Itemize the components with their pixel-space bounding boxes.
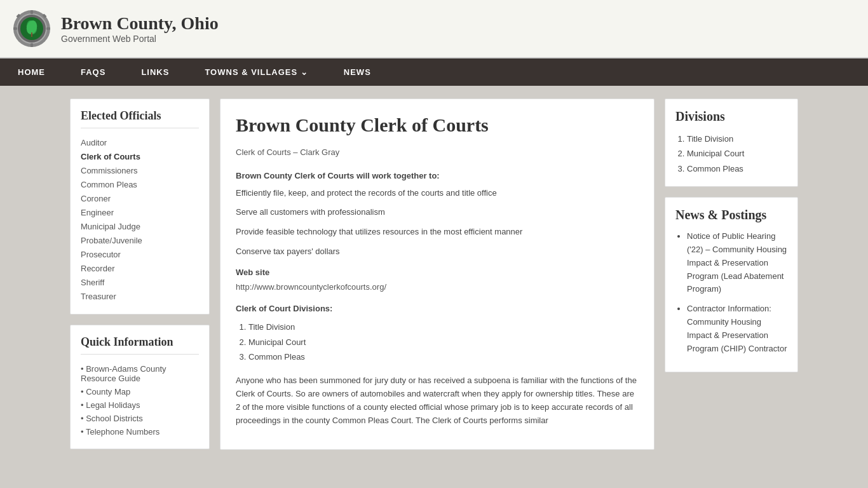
svg-rect-8: [31, 43, 33, 47]
list-item[interactable]: Legal Holidays: [81, 398, 199, 412]
list-item[interactable]: Notice of Public Hearing ('22) – Communi…: [687, 230, 787, 296]
body-text: Anyone who has been summoned for jury du…: [236, 374, 639, 427]
list-item[interactable]: Treasurer: [81, 290, 199, 304]
list-item[interactable]: Probate/Juvenile: [81, 234, 199, 248]
svg-rect-7: [31, 10, 33, 14]
list-item[interactable]: Coroner: [81, 192, 199, 206]
nav-links-link[interactable]: LINKS: [123, 58, 187, 86]
quick-information-heading: Quick Information: [81, 336, 199, 355]
website-label: Web site: [236, 266, 639, 280]
list-item[interactable]: School Districts: [81, 412, 199, 425]
elected-officials-box: Elected Officials Auditor Clerk of Court…: [70, 98, 210, 315]
divisions-heading: Divisions: [675, 109, 787, 124]
svg-rect-9: [13, 27, 17, 30]
quick-info-list: Brown-Adams County Resource Guide County…: [81, 362, 199, 438]
quick-information-box: Quick Information Brown-Adams County Res…: [70, 325, 210, 449]
divisions-label: Clerk of Court Divisions:: [236, 302, 639, 316]
nav-news[interactable]: NEWS: [326, 58, 389, 86]
elected-officials-list: Auditor Clerk of Courts Commissioners Co…: [81, 136, 199, 304]
list-item[interactable]: County Map: [81, 385, 199, 398]
list-item[interactable]: Sheriff: [81, 276, 199, 290]
list-item[interactable]: Title Division: [687, 132, 787, 146]
list-item: Municipal Court: [248, 335, 639, 349]
nav-news-link[interactable]: NEWS: [326, 58, 389, 86]
sidebar-right: Divisions Title Division Municipal Court…: [665, 98, 798, 450]
site-subtitle: Government Web Portal: [61, 34, 219, 44]
divisions-list: Title Division Municipal Court Common Pl…: [248, 320, 639, 364]
list-item[interactable]: Commissioners: [81, 164, 199, 178]
main-nav: HOME FAQS LINKS TOWNS & VILLAGES ⌄ NEWS: [0, 58, 868, 86]
list-item[interactable]: Common Pleas: [81, 178, 199, 192]
svg-rect-6: [31, 32, 32, 37]
elected-officials-heading: Elected Officials: [81, 109, 199, 128]
site-title: Brown County, Ohio: [61, 13, 219, 34]
divisions-box: Divisions Title Division Municipal Court…: [665, 98, 798, 187]
sidebar-left: Elected Officials Auditor Clerk of Court…: [70, 98, 210, 450]
page-wrapper: Elected Officials Auditor Clerk of Court…: [64, 98, 804, 450]
list-item: Common Pleas: [248, 349, 639, 364]
list-item[interactable]: Municipal Court: [687, 146, 787, 161]
list-item[interactable]: Contractor Information: Community Housin…: [687, 302, 787, 355]
news-list: Notice of Public Hearing ('22) – Communi…: [687, 230, 787, 355]
nav-home-link[interactable]: HOME: [0, 58, 63, 86]
list-item[interactable]: Municipal Judge: [81, 220, 199, 234]
news-heading: News & Postings: [675, 208, 787, 222]
mission-item-4: Conserve tax payers' dollars: [236, 245, 639, 259]
nav-faqs-link[interactable]: FAQS: [63, 58, 123, 86]
news-box: News & Postings Notice of Public Hearing…: [665, 197, 798, 372]
list-item[interactable]: Prosecutor: [81, 248, 199, 262]
nav-towns[interactable]: TOWNS & VILLAGES ⌄: [187, 58, 325, 86]
list-item[interactable]: Common Pleas: [687, 161, 787, 176]
svg-rect-10: [46, 27, 50, 30]
nav-towns-link[interactable]: TOWNS & VILLAGES ⌄: [187, 58, 325, 86]
list-item[interactable]: Clerk of Courts: [81, 150, 199, 164]
list-item[interactable]: Brown-Adams County Resource Guide: [81, 362, 199, 385]
mission-item-2: Serve all customers with professionalism: [236, 206, 639, 219]
mission-item-1: Efficiently file, keep, and protect the …: [236, 187, 639, 200]
website-url[interactable]: http://www.browncountyclerkofcourts.org/: [236, 281, 639, 294]
divisions-list-right: Title Division Municipal Court Common Pl…: [687, 132, 787, 176]
page-title: Brown County Clerk of Courts: [236, 114, 639, 136]
list-item: Title Division: [248, 320, 639, 334]
list-item[interactable]: Recorder: [81, 262, 199, 276]
list-item[interactable]: Telephone Numbers: [81, 425, 199, 438]
mission-label: Brown County Clerk of Courts will work t…: [236, 170, 639, 183]
list-item[interactable]: Auditor: [81, 136, 199, 150]
clerk-name: Clerk of Courts – Clark Gray: [236, 146, 639, 159]
nav-links[interactable]: LINKS: [123, 58, 187, 86]
site-logo: [13, 10, 51, 48]
list-item[interactable]: Engineer: [81, 206, 199, 220]
nav-faqs[interactable]: FAQS: [63, 58, 123, 86]
nav-home[interactable]: HOME: [0, 58, 63, 86]
site-header-text: Brown County, Ohio Government Web Portal: [61, 13, 219, 44]
main-content: Brown County Clerk of Courts Clerk of Co…: [220, 98, 654, 450]
mission-item-3: Provide feasible technology that utilize…: [236, 226, 639, 239]
